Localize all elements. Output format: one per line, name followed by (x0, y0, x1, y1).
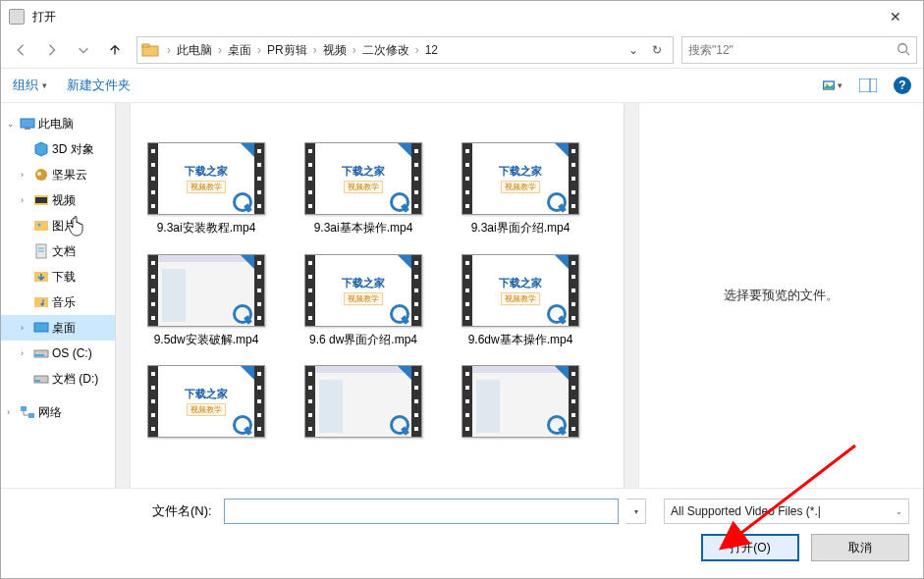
help-button[interactable]: ? (894, 77, 911, 94)
organize-button[interactable]: 组织 ▾ (13, 77, 47, 94)
svg-point-15 (38, 224, 41, 227)
svg-rect-1 (142, 44, 149, 47)
new-folder-button[interactable]: 新建文件夹 (67, 77, 131, 94)
file-label: 9.5dw安装破解.mp4 (142, 333, 270, 348)
filename-dropdown[interactable]: ▾ (626, 499, 646, 524)
file-item[interactable] (457, 365, 584, 444)
badge-icon (555, 366, 569, 380)
svg-point-2 (898, 43, 907, 52)
badge-icon (241, 143, 254, 157)
svg-rect-28 (28, 413, 34, 418)
back-button[interactable] (7, 36, 34, 64)
badge-icon (555, 255, 569, 269)
forward-button[interactable] (38, 36, 66, 64)
file-grid[interactable]: 下载之家视频教学 9.3ai安装教程.mp4 下载之家视频教学 9.3ai基本操… (131, 103, 638, 488)
svg-rect-13 (35, 197, 47, 203)
file-item[interactable]: 下载之家视频教学 9.6dw基本操作.mp4 (457, 254, 584, 348)
view-mode-button[interactable]: ▾ (823, 76, 842, 95)
q-badge-icon (233, 304, 252, 324)
file-label: 9.6 dw界面介绍.mp4 (299, 333, 427, 348)
svg-rect-9 (25, 128, 30, 130)
address-dropdown[interactable]: ⌄ (622, 43, 645, 57)
preview-pane-button[interactable] (858, 76, 878, 95)
breadcrumb-item[interactable]: 视频 (319, 42, 351, 59)
file-item[interactable]: 下载之家视频教学 (142, 365, 270, 444)
file-item[interactable]: 9.5dw安装破解.mp4 (142, 254, 270, 348)
chevron-down-icon: ⌄ (896, 507, 902, 516)
file-type-filter[interactable]: All Supported Video Files (*.| ⌄ (664, 499, 909, 524)
breadcrumb-sep: › (165, 43, 173, 57)
file-label: 9.3ai基本操作.mp4 (299, 221, 427, 237)
address-bar[interactable]: › 此电脑 › 桌面 › PR剪辑 › 视频 › 二次修改 › 12 ⌄ ↻ (136, 36, 674, 64)
badge-icon (241, 366, 254, 380)
badge-icon (398, 143, 411, 157)
tree-documents[interactable]: 文档 (1, 238, 130, 264)
search-icon (897, 42, 910, 59)
recent-dropdown[interactable] (70, 36, 97, 64)
file-item[interactable]: 下载之家视频教学 9.6 dw界面介绍.mp4 (299, 254, 427, 348)
svg-rect-24 (34, 354, 44, 356)
search-input[interactable]: 搜索"12" (681, 36, 917, 64)
app-icon (9, 9, 25, 25)
svg-rect-22 (34, 323, 48, 332)
breadcrumb-item[interactable]: 此电脑 (173, 42, 216, 59)
q-badge-icon (390, 415, 409, 435)
filename-input[interactable] (224, 499, 619, 524)
badge-icon (398, 366, 411, 380)
svg-rect-27 (21, 406, 27, 411)
file-item[interactable]: 下载之家视频教学 9.3ai界面介绍.mp4 (457, 142, 584, 237)
tree-music[interactable]: 音乐 (1, 290, 130, 315)
svg-point-21 (41, 303, 44, 306)
file-label: 9.3ai安装教程.mp4 (142, 221, 270, 237)
breadcrumb-item[interactable]: 桌面 (224, 42, 255, 59)
svg-point-10 (35, 169, 47, 181)
video-thumbnail (304, 365, 422, 438)
search-placeholder: 搜索"12" (688, 42, 734, 59)
breadcrumb-item[interactable]: 12 (421, 43, 442, 57)
tree-3d-objects[interactable]: 3D 对象 (1, 136, 130, 162)
tree-pictures[interactable]: 图片 (1, 213, 130, 238)
svg-rect-14 (34, 221, 48, 231)
q-badge-icon (390, 304, 409, 324)
svg-rect-26 (34, 380, 40, 382)
cancel-button[interactable]: 取消 (811, 534, 909, 561)
video-thumbnail: 下载之家视频教学 (462, 142, 579, 215)
q-badge-icon (547, 304, 567, 324)
toolbar: 组织 ▾ 新建文件夹 ▾ ? (1, 68, 923, 103)
folder-tree[interactable]: ⌄ 此电脑 3D 对象 ›坚果云 ›视频 图片 文档 下载 音乐 ›桌面 ›OS… (1, 103, 131, 488)
file-item[interactable]: 下载之家视频教学 9.3ai安装教程.mp4 (142, 142, 270, 237)
tree-this-pc[interactable]: ⌄ 此电脑 (1, 111, 130, 136)
video-thumbnail: 下载之家视频教学 (147, 142, 265, 215)
badge-icon (241, 255, 254, 269)
tree-videos[interactable]: ›视频 (1, 187, 130, 213)
bottom-panel: 文件名(N): ▾ All Supported Video Files (*.|… (1, 488, 923, 575)
tree-downloads[interactable]: 下载 (1, 264, 130, 290)
filename-label: 文件名(N): (152, 502, 212, 520)
file-label: 9.6dw基本操作.mp4 (457, 333, 584, 348)
tree-drive-d[interactable]: 文档 (D:) (1, 366, 130, 392)
video-thumbnail (147, 254, 265, 327)
svg-point-11 (37, 172, 41, 176)
tree-network[interactable]: ›网络 (1, 399, 130, 425)
file-item[interactable] (299, 365, 427, 444)
up-button[interactable] (101, 36, 129, 64)
preview-placeholder: 选择要预览的文件。 (724, 287, 839, 304)
file-item[interactable]: 下载之家视频教学 9.3ai基本操作.mp4 (299, 142, 427, 237)
nav-row: › 此电脑 › 桌面 › PR剪辑 › 视频 › 二次修改 › 12 ⌄ ↻ 搜… (1, 32, 923, 68)
preview-pane: 选择要预览的文件。 (638, 103, 923, 488)
q-badge-icon (233, 415, 252, 435)
tree-desktop[interactable]: ›桌面 (1, 315, 130, 341)
main-area: ⌄ 此电脑 3D 对象 ›坚果云 ›视频 图片 文档 下载 音乐 ›桌面 ›OS… (1, 103, 923, 488)
open-button[interactable]: 打开(O) (701, 534, 799, 561)
folder-icon (141, 41, 159, 59)
video-thumbnail: 下载之家视频教学 (147, 365, 265, 438)
refresh-button[interactable]: ↻ (645, 43, 669, 57)
tree-jianguoyun[interactable]: ›坚果云 (1, 162, 130, 187)
tree-drive-c[interactable]: ›OS (C:) (1, 341, 130, 366)
q-badge-icon (233, 192, 252, 212)
breadcrumb-item[interactable]: 二次修改 (358, 42, 413, 59)
close-button[interactable]: ✕ (876, 9, 915, 25)
video-thumbnail: 下载之家视频教学 (304, 254, 422, 327)
breadcrumb-item[interactable]: PR剪辑 (263, 42, 311, 59)
svg-rect-8 (21, 119, 34, 128)
